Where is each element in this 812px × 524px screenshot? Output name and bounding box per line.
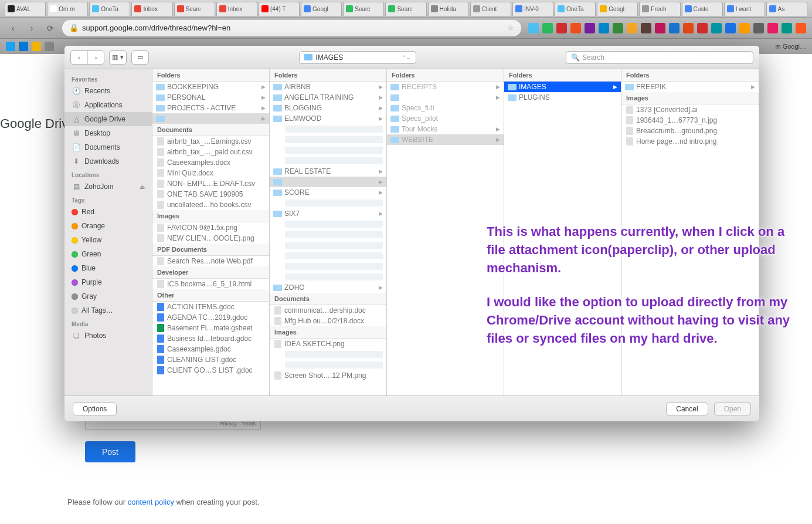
list-item[interactable]: 1936443_1…67773_n.jpg [621,115,759,126]
extension-icon[interactable] [613,23,623,33]
extension-icon[interactable] [556,23,567,33]
list-item[interactable]: uncollateed…ho books.csv [152,200,269,210]
list-item[interactable]: BLOGGING▶ [270,103,386,113]
sidebar-item-recents[interactable]: 🕘Recents [64,84,152,98]
extension-icon[interactable] [697,23,708,33]
sidebar-item-applications[interactable]: ⒶApplications [64,98,152,112]
list-item[interactable]: Caseexamples.gdoc [152,344,269,354]
list-item[interactable]: SIX7▶ [270,208,386,219]
list-item[interactable]: ACTION ITEMS.gdoc [152,302,269,312]
extension-icon[interactable] [796,23,806,33]
list-item[interactable]: airbnb_tax_…Earnings.csv [152,136,269,147]
list-item[interactable]: ELMWOOD▶ [270,113,386,124]
browser-tab[interactable]: Freeh [639,2,680,16]
browser-tab[interactable]: INV-0 [512,2,553,16]
extension-icon[interactable] [528,23,539,33]
sidebar-tag-yellow[interactable]: Yellow [64,233,152,247]
list-item[interactable]: Screen Shot….12 PM.png [270,370,386,381]
list-item[interactable]: ONE TAB SAVE 190905 [152,189,269,200]
list-item[interactable]: Breadcrumb…ground.png [621,126,759,136]
browser-tab[interactable]: Searc [343,2,384,16]
extension-icon[interactable] [711,23,722,33]
list-item[interactable]: Mini Quiz.docx [152,168,269,178]
extension-icon[interactable] [782,23,792,33]
browser-tab[interactable]: OneTa [555,2,596,16]
extension-icon[interactable] [739,23,750,33]
browser-tab[interactable]: As [766,2,807,16]
sidebar-item-google-drive[interactable]: △Google Drive [64,112,152,126]
sidebar-tag-green[interactable]: Green [64,247,152,261]
list-item[interactable]: ▶ [270,177,386,187]
browser-tab[interactable]: Custo [682,2,723,16]
list-item[interactable]: FAVICON 9@1.5x.png [152,222,269,233]
browser-tab[interactable]: Om m [47,2,88,16]
list-item[interactable]: Tour Mocks▶ [387,124,504,134]
eject-icon[interactable]: ⏏ [140,184,145,190]
browser-tab[interactable]: Client [470,2,511,16]
content-policy-link[interactable]: content policy [128,498,175,506]
sidebar-tag-red[interactable]: Red [64,205,152,219]
finder-back-button[interactable]: ‹ [71,51,87,64]
browser-tab[interactable]: OneTa [89,2,130,16]
view-columns-button[interactable]: ▥ ▾ [110,51,126,64]
sidebar-tag-purple[interactable]: Purple [64,275,152,289]
sidebar-item-photos[interactable]: ❏Photos [64,329,152,343]
list-item[interactable]: REAL ESTATE▶ [270,166,386,177]
open-button[interactable]: Open [714,403,751,415]
browser-tab[interactable]: Googl [597,2,638,16]
list-item[interactable]: BOOKKEEPING▶ [152,82,269,92]
finder-column-2[interactable]: FoldersAIRBNB▶ANGELITA TRAINING▶BLOGGING… [270,69,387,395]
extension-icon[interactable] [669,23,680,33]
list-item[interactable]: Specs_pilot [387,113,504,124]
list-item[interactable]: AIRBNB▶ [270,82,386,92]
extension-icon[interactable] [627,23,637,33]
extension-icon[interactable] [641,23,651,33]
list-item[interactable]: Caseexamples.docx [152,157,269,168]
bookmark-icon[interactable] [32,42,41,51]
finder-column-3[interactable]: FoldersRECEIPTS▶▶Specs_fullSpecs_pilotTo… [387,69,504,395]
post-button[interactable]: Post [85,441,135,462]
list-item[interactable]: PERSONAL▶ [152,92,269,103]
extension-icon[interactable] [725,23,736,33]
bookmark-icon[interactable] [6,42,15,51]
list-item[interactable]: CLIENT GO…S LIST .gdoc [152,365,269,376]
list-item[interactable]: ▶ [152,113,269,124]
browser-tab[interactable]: I want [724,2,765,16]
finder-column-1[interactable]: FoldersBOOKKEEPING▶PERSONAL▶PROJECTS - A… [152,69,270,395]
back-button[interactable]: ‹ [6,21,20,35]
finder-column-5[interactable]: FoldersFREEPIK▶Images1373 [Converted].ai… [621,69,759,395]
browser-tab[interactable]: Googl [301,2,342,16]
list-item[interactable]: Home page…nd intro.png [621,136,759,147]
list-item[interactable]: NON- EMPL…E DRAFT.csv [152,178,269,189]
list-item[interactable]: PLUGINS [504,92,621,103]
finder-forward-button[interactable]: › [87,51,104,64]
browser-tab[interactable]: AVAL [5,2,46,16]
sidebar-tag-blue[interactable]: Blue [64,261,152,275]
browser-tab[interactable]: (44) T [259,2,300,16]
extension-icon[interactable] [542,23,553,33]
extension-icon[interactable] [753,23,764,33]
list-item[interactable]: PROJECTS - ACTIVE▶ [152,103,269,113]
list-item[interactable]: FREEPIK▶ [621,82,759,92]
sidebar-item-zohojoin[interactable]: ▤ZohoJoin⏏ [64,180,152,194]
browser-tab[interactable]: Inbox [216,2,257,16]
finder-search-input[interactable]: 🔍 Search [566,51,753,64]
browser-tab[interactable]: Holida [428,2,469,16]
sidebar-item-desktop[interactable]: 🖥Desktop [64,126,152,140]
list-item[interactable]: Specs_full [387,103,504,113]
list-item[interactable]: 1373 [Converted].ai [621,104,759,115]
list-item[interactable]: NEW CLIEN…OOGLE).png [152,233,269,244]
list-item[interactable]: Mfg Hub ou…0/2/18.docx [270,316,386,326]
extension-icon[interactable] [585,23,595,33]
sidebar-item-downloads[interactable]: ⬇Downloads [64,154,152,168]
group-by-button[interactable]: ▭ [132,51,148,64]
list-item[interactable]: ZOHO▶ [270,282,386,293]
sidebar-tag-gray[interactable]: Gray [64,289,152,303]
browser-tab[interactable]: Inbox [131,2,172,16]
list-item[interactable]: CLEANING LIST.gdoc [152,354,269,365]
list-item[interactable]: communicat…dership.doc [270,305,386,316]
forward-button[interactable]: › [25,21,39,35]
extension-icon[interactable] [767,23,778,33]
cancel-button[interactable]: Cancel [666,403,708,415]
list-item[interactable]: ANGELITA TRAINING▶ [270,92,386,103]
